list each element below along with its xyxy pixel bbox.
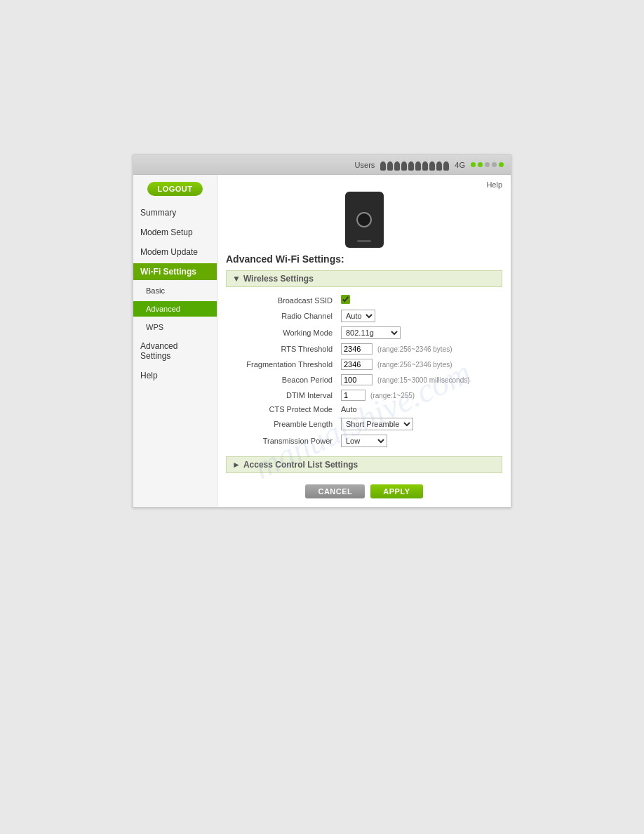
working-mode-select[interactable]: 802.11g 802.11b 802.11n 802.11b/g 802.11… [341, 326, 401, 339]
user-icon [380, 161, 386, 168]
button-row: CANCEL APPLY [226, 480, 502, 501]
users-icons [380, 161, 449, 168]
access-control-header[interactable]: ► Access Control List Settings [226, 456, 502, 473]
broadcast-ssid-checkbox[interactable] [341, 295, 350, 304]
beacon-period-row: Beacon Period (range:15~3000 millisecond… [226, 372, 502, 388]
signal-dot-5 [499, 162, 504, 167]
user-icon [387, 161, 393, 168]
broadcast-ssid-row: Broadcast SSID [226, 293, 502, 307]
signal-label: 4G [455, 161, 465, 169]
user-icon [443, 161, 449, 168]
wireless-settings-header[interactable]: ▼ Wireless Settings [226, 270, 502, 287]
fragmentation-hint: (range:256~2346 bytes) [377, 361, 452, 369]
wireless-collapse-icon: ▼ [232, 274, 241, 284]
transmission-power-label: Transmission Power [226, 432, 338, 449]
wireless-settings-table: Broadcast SSID Radio Channel Auto 1234 [226, 293, 502, 449]
transmission-power-select[interactable]: Low Medium High [341, 435, 387, 447]
logout-button[interactable]: LOGOUT [147, 182, 202, 196]
user-icon [436, 161, 442, 168]
radio-channel-label: Radio Channel [226, 307, 338, 324]
cts-protect-value: Auto [341, 405, 357, 413]
user-icon [394, 161, 400, 168]
sidebar-item-wps[interactable]: WPS [133, 319, 217, 335]
page-title: Advanced Wi-Fi Settings: [226, 253, 502, 265]
rts-threshold-label: RTS Threshold [226, 341, 338, 357]
user-icon [415, 161, 421, 168]
dtim-interval-input[interactable] [341, 390, 365, 401]
cancel-button[interactable]: CANCEL [305, 484, 365, 498]
dtim-interval-label: DTIM Interval [226, 388, 338, 403]
beacon-period-hint: (range:15~3000 milliseconds) [377, 376, 469, 384]
content-area: LOGOUT Summary Modem Setup Modem Update … [133, 175, 511, 507]
transmission-power-row: Transmission Power Low Medium High [226, 432, 502, 449]
signal-dot-1 [471, 162, 476, 167]
working-mode-row: Working Mode 802.11g 802.11b 802.11n 802… [226, 324, 502, 341]
device-image-area [226, 192, 502, 248]
cts-protect-row: CTS Protect Mode Auto [226, 403, 502, 416]
preamble-length-row: Preamble Length Short Preamble Long Prea… [226, 416, 502, 432]
wireless-settings-label: Wireless Settings [243, 274, 314, 284]
sidebar-item-wifi-settings[interactable]: Wi-Fi Settings [133, 263, 217, 280]
preamble-length-label: Preamble Length [226, 416, 338, 432]
sidebar-item-modem-update[interactable]: Modem Update [133, 244, 217, 260]
signal-dot-3 [485, 162, 490, 167]
sidebar-item-help[interactable]: Help [133, 367, 217, 384]
sidebar: LOGOUT Summary Modem Setup Modem Update … [133, 175, 217, 507]
dtim-interval-hint: (range:1~255) [370, 392, 415, 399]
rts-threshold-input[interactable] [341, 343, 373, 355]
user-icon [422, 161, 428, 168]
access-control-expand-icon: ► [232, 460, 241, 470]
sidebar-item-basic[interactable]: Basic [133, 283, 217, 298]
fragmentation-row: Fragmentation Threshold (range:256~2346 … [226, 357, 502, 372]
sidebar-item-advanced-settings[interactable]: Advanced Settings [133, 338, 217, 364]
beacon-period-label: Beacon Period [226, 372, 338, 388]
cts-protect-label: CTS Protect Mode [226, 403, 338, 416]
user-icon [408, 161, 414, 168]
sidebar-item-summary[interactable]: Summary [133, 204, 217, 221]
signal-dots [471, 162, 504, 167]
broadcast-ssid-label: Broadcast SSID [226, 293, 338, 307]
working-mode-label: Working Mode [226, 324, 338, 341]
dtim-interval-row: DTIM Interval (range:1~255) [226, 388, 502, 403]
signal-dot-2 [478, 162, 483, 167]
users-label: Users [355, 161, 375, 169]
user-icon [429, 161, 435, 168]
beacon-period-input[interactable] [341, 374, 373, 385]
sidebar-item-modem-setup[interactable]: Modem Setup [133, 224, 217, 241]
access-control-label: Access Control List Settings [243, 460, 358, 470]
help-link[interactable]: Help [226, 180, 502, 189]
radio-channel-row: Radio Channel Auto 1234 5678 91011 [226, 307, 502, 324]
fragmentation-label: Fragmentation Threshold [226, 357, 338, 372]
user-icon [401, 161, 407, 168]
radio-channel-select[interactable]: Auto 1234 5678 91011 [341, 310, 375, 322]
apply-button[interactable]: APPLY [370, 484, 422, 498]
fragmentation-input[interactable] [341, 359, 373, 370]
device-image [345, 192, 384, 248]
rts-threshold-hint: (range:256~2346 bytes) [377, 345, 452, 353]
preamble-length-select[interactable]: Short Preamble Long Preamble [341, 418, 413, 430]
rts-threshold-row: RTS Threshold (range:256~2346 bytes) [226, 341, 502, 357]
top-bar: Users 4G [133, 155, 511, 175]
main-panel: Help Advanced Wi-Fi Settings: ▼ Wireless… [217, 175, 511, 507]
sidebar-item-advanced[interactable]: Advanced [133, 301, 217, 317]
signal-dot-4 [492, 162, 497, 167]
